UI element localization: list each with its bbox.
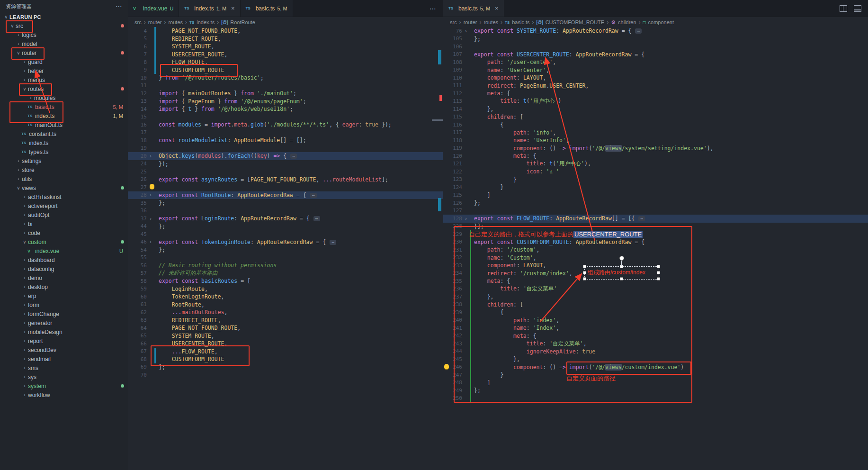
code-line-25[interactable]: 25 [128,168,443,176]
breadcrumb-item[interactable]: src [450,19,457,25]
code-line-245[interactable]: 245 }, [443,355,868,363]
breadcrumb-item[interactable]: children [618,19,636,25]
breadcrumb-item[interactable]: component [648,19,674,25]
tree-item-constant.ts[interactable]: TSconstant.ts [0,129,128,138]
breadcrumb-item[interactable]: routes [168,19,183,25]
code-line-126[interactable]: 126}; [443,199,868,207]
code-line-238[interactable]: 238 children: [ [443,301,868,309]
tree-item-dashboard[interactable]: ›dashboard [0,255,128,264]
tree-item-desktop[interactable]: ›desktop [0,282,128,291]
tree-item-code[interactable]: ›code [0,228,128,237]
code-line-60[interactable]: 60 TokenLoginRoute, [128,293,443,301]
code-line-108[interactable]: 108 path: '/user-center', [443,58,868,66]
code-line-6[interactable]: 6 SYSTEM_ROUTE, [128,43,443,51]
tree-item-activereport[interactable]: ›activereport [0,201,128,210]
code-line-240[interactable]: 240 path: 'index', [443,316,868,325]
code-line-69[interactable]: 69]; [128,363,443,371]
code-line-65[interactable]: 65 SYSTEM_ROUTE, [128,332,443,340]
folded-ellipsis[interactable]: ⋯ [310,193,317,198]
close-icon[interactable]: × [231,5,235,12]
code-line-127[interactable]: 127 [443,207,868,215]
code-line-61[interactable]: 61 RootRoute, [128,301,443,309]
tree-item-custom[interactable]: ∨custom [0,237,128,246]
close-icon[interactable]: × [495,5,499,12]
code-line-9[interactable]: 9 CUSTOMFORM_ROUTE [128,66,443,74]
code-line-24[interactable]: 24}); [128,160,443,168]
tree-item-form[interactable]: ›form [0,300,128,309]
tree-item-model[interactable]: ›model [0,39,128,48]
code-line-246[interactable]: 246 component: () => import('/@/views/cu… [443,363,868,371]
tree-item-types.ts[interactable]: TStypes.ts [0,147,128,156]
tree-item-erp[interactable]: ›erp [0,291,128,300]
tree-item-workflow[interactable]: ›workflow [0,390,128,399]
code-line-58[interactable]: 58export const basicRoutes = [ [128,277,443,285]
tree-item-dataconfig[interactable]: ›dataconfig [0,264,128,273]
code-line-37[interactable]: 37›export const LoginRoute: AppRouteReco… [128,215,443,223]
tree-item-router[interactable]: ∨router [0,48,128,57]
tree-item-index.ts[interactable]: TSindex.ts1, M [0,111,128,120]
tab-basic.ts[interactable]: TSbasic.ts5, M× [443,0,504,17]
code-line-232[interactable]: 232 name: 'Custom', [443,254,868,262]
customize-layout-icon[interactable] [854,5,861,12]
code-line-57[interactable]: 57// 未经许可的基本路由 [128,270,443,278]
code-line-113[interactable]: 113 title: t('用户中心') [443,98,868,106]
code-line-125[interactable]: 125 ] [443,191,868,199]
code-line-66[interactable]: 66 USERCENTER_ROUTE, [128,340,443,348]
folded-ellipsis[interactable]: ⋯ [313,216,320,221]
tree-item-bi[interactable]: ›bi [0,219,128,228]
tree-item-settings[interactable]: ›settings [0,156,128,165]
breadcrumb-item[interactable]: routes [483,19,498,25]
code-line-229[interactable]: 229 [443,230,868,238]
code-line-46[interactable]: 46›export const TokenLoginRoute: AppRout… [128,238,443,246]
tree-item-auditOpt[interactable]: ›auditOpt [0,210,128,219]
tree-item-sys[interactable]: ›sys [0,372,128,381]
code-line-15[interactable]: 15 [128,113,443,121]
tree-item-formChange[interactable]: ›formChange [0,309,128,318]
tab-index.vue[interactable]: Vindex.vueU [128,0,179,17]
tree-item-secondDev[interactable]: ›secondDev [0,345,128,354]
code-line-231[interactable]: 231 path: '/custom', [443,246,868,254]
code-line-243[interactable]: 243 title: '自定义菜单', [443,340,868,348]
code-line-121[interactable]: 121 title: t('用户中心'), [443,160,868,168]
code-line-14[interactable]: 14import { t } from '/@/hooks/web/useI18… [128,105,443,113]
folded-ellipsis[interactable]: ⋯ [635,28,642,34]
tree-item-demo[interactable]: ›demo [0,273,128,282]
code-line-17[interactable]: 17 [128,129,443,137]
tree-item-logics[interactable]: ›logics [0,30,128,39]
tree-item-menus[interactable]: ›menus [0,75,128,84]
code-line-239[interactable]: 239 { [443,308,868,316]
code-line-5[interactable]: 5 REDIRECT_ROUTE, [128,35,443,43]
breadcrumb-item[interactable]: router [148,19,162,25]
code-line-36[interactable]: 36 [128,207,443,215]
code-line-11[interactable]: 11 [128,82,443,90]
code-line-128[interactable]: 128›export const FLOW_ROUTE: AppRouteRec… [443,215,868,223]
breadcrumb-item[interactable]: index.ts [197,19,215,25]
code-line-249[interactable]: 249}; [443,387,868,395]
code-line-122[interactable]: 122 icon: '♙ ' [443,168,868,176]
split-editor-icon[interactable] [840,5,847,12]
code-line-68[interactable]: 68 CUSTOMFORM_ROUTE [128,355,443,363]
tree-item-views[interactable]: ∨views [0,183,128,192]
code-line-20[interactable]: 20›Object.keys(modules).forEach((key) =>… [128,152,443,160]
code-line-54[interactable]: 54}; [128,246,443,254]
fold-chevron-icon[interactable]: › [147,192,154,198]
code-line-18[interactable]: 18const routeModuleList: AppRouteModule[… [128,136,443,145]
code-line-230[interactable]: 230export const CUSTOMFORM_ROUTE: AppRou… [443,238,868,246]
breadcrumb-item[interactable]: basic.ts [512,19,529,25]
tree-item-store[interactable]: ›store [0,165,128,174]
code-line-7[interactable]: 7 USERCENTER_ROUTE, [128,51,443,59]
code-line-64[interactable]: 64 PAGE_NOT_FOUND_ROUTE, [128,324,443,332]
code-line-234[interactable]: 234 redirect: '/custom/index', [443,270,868,278]
code-line-27[interactable]: 27 [128,183,443,191]
code-line-247[interactable]: 247 } [443,371,868,379]
code-line-116[interactable]: 116 { [443,121,868,129]
code-line-63[interactable]: 63 REDIRECT_ROUTE, [128,316,443,325]
tree-item-utils[interactable]: ›utils [0,174,128,183]
tree-item-index.ts[interactable]: TSindex.ts [0,138,128,147]
fold-chevron-icon[interactable]: › [462,216,470,221]
tree-item-routes[interactable]: ∨routes [0,84,128,93]
code-line-13[interactable]: 13import { PageEnum } from '/@/enums/pag… [128,98,443,106]
folded-ellipsis[interactable]: ⋯ [330,240,336,245]
tree-item-generator[interactable]: ›generator [0,318,128,327]
code-line-228[interactable]: 228}]; [443,223,868,231]
